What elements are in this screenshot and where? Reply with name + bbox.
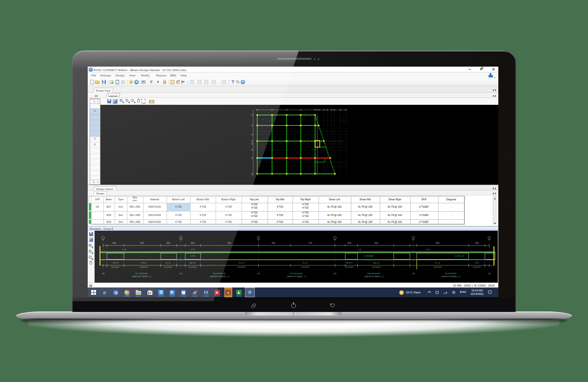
svg-text:8-L8 1T: 8-L8 1T xyxy=(238,262,245,263)
svg-text:@2@X45: @2@X45 xyxy=(433,266,441,268)
svg-text:@2@X45: @2@X45 xyxy=(237,266,245,268)
svg-text:( B38 W/TOP LAYER + 1 ): ( B38 W/TOP LAYER + 1 ) xyxy=(132,276,151,278)
svg-text:2-T25 B4/7: 2-T25 B4/7 xyxy=(364,255,374,257)
svg-text:X36: X36 xyxy=(474,242,479,244)
svg-text:2A-2 @: 2A-2 @ xyxy=(189,262,196,263)
svg-text:( B38 W/TOP LAYER + 1 ): ( B38 W/TOP LAYER + 1 ) xyxy=(210,276,229,278)
svg-text:P-L @: P-L @ xyxy=(435,262,440,263)
svg-text:7X0: 7X0 xyxy=(308,242,312,244)
svg-text:84-B 1T: 84-B 1T xyxy=(346,262,353,263)
svg-text:1-T8: 1-T8 xyxy=(357,248,361,251)
svg-text:8-L @: 8-L @ xyxy=(302,262,307,263)
svg-text:8-L8: 8-L8 xyxy=(475,262,479,263)
svg-text:@2@X45: @2@X45 xyxy=(164,266,172,268)
svg-text:B18 W45X80: B18 W45X80 xyxy=(213,272,226,275)
svg-text:506: 506 xyxy=(227,242,231,244)
svg-text:2A-2 @: 2A-2 @ xyxy=(373,262,379,263)
svg-text:5X6: 5X6 xyxy=(140,242,144,244)
svg-text:B28 W45X80: B28 W45X80 xyxy=(368,272,380,275)
svg-text:( B38 W/TOP LAYER + 1 ): ( B38 W/TOP LAYER + 1 ) xyxy=(441,276,461,278)
svg-text:B2 W45X80: B2 W45X80 xyxy=(445,272,457,275)
svg-text:P-08 @: P-08 @ xyxy=(140,262,147,263)
svg-text:5X6: 5X6 xyxy=(347,242,351,244)
svg-text:406: 406 xyxy=(166,242,170,244)
svg-text:@2@X45: @2@X45 xyxy=(139,266,147,268)
svg-text:@2@X45: @2@X45 xyxy=(345,266,353,268)
svg-text:@2@X45: @2@X45 xyxy=(472,266,481,268)
svg-text:@2@X45: @2@X45 xyxy=(188,266,196,268)
svg-text:@2@X45: @2@X45 xyxy=(301,266,309,268)
svg-text:1-T6: 1-T6 xyxy=(190,248,195,251)
svg-text:406: 406 xyxy=(271,242,275,244)
svg-text:GB: GB xyxy=(257,272,260,275)
svg-text:506: 506 xyxy=(374,242,378,244)
svg-text:2-T25: 2-T25 xyxy=(190,255,195,257)
svg-text:1-T6: 1-T6 xyxy=(425,248,430,251)
svg-text:X60: X60 xyxy=(190,242,195,244)
svg-text:GB: GB xyxy=(333,272,336,275)
svg-text:( B38 W/TOP LAYER + 1 ): ( B38 W/TOP LAYER + 1 ) xyxy=(364,276,384,278)
svg-text:@2@X45: @2@X45 xyxy=(111,266,119,268)
svg-text:@2@X45: @2@X45 xyxy=(372,266,380,268)
svg-text:B 7 W45X80: B 7 W45X80 xyxy=(135,272,147,275)
svg-text:7-08 1/2: 7-08 1/2 xyxy=(112,262,119,263)
svg-text:GB: GB xyxy=(101,272,104,275)
svg-text:GB: GB xyxy=(179,272,182,275)
svg-text:GB: GB xyxy=(488,272,490,275)
svg-text:2-T25 +6T: 2-T25 +6T xyxy=(455,255,464,257)
svg-text:B19 W45X80: B19 W45X80 xyxy=(290,272,303,275)
svg-text:406: 406 xyxy=(112,242,116,244)
svg-text:406: 406 xyxy=(436,242,440,244)
svg-text:( B38 W/TOP LAYER + 1 ): ( B38 W/TOP LAYER + 1 ) xyxy=(287,276,306,278)
svg-text:1-T6: 1-T6 xyxy=(122,248,126,251)
svg-text:GB: GB xyxy=(412,272,415,275)
svg-text:8-L @: 8-L @ xyxy=(165,262,170,263)
